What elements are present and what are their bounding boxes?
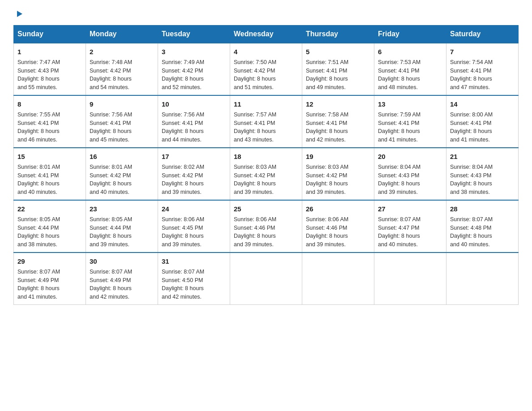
day-number: 22: [17, 204, 82, 214]
day-info: Sunrise: 8:04 AMSunset: 4:43 PMDaylight:…: [378, 164, 420, 195]
day-info: Sunrise: 7:56 AMSunset: 4:41 PMDaylight:…: [90, 111, 132, 143]
day-info: Sunrise: 8:03 AMSunset: 4:42 PMDaylight:…: [306, 164, 348, 195]
day-info: Sunrise: 8:07 AMSunset: 4:50 PMDaylight:…: [162, 269, 204, 300]
col-header-thursday: Thursday: [302, 26, 374, 43]
calendar-week-row: 1 Sunrise: 7:47 AMSunset: 4:43 PMDayligh…: [14, 43, 519, 95]
calendar-cell: 13 Sunrise: 7:59 AMSunset: 4:41 PMDaylig…: [374, 95, 446, 148]
calendar-cell: 24 Sunrise: 8:06 AMSunset: 4:45 PMDaylig…: [158, 200, 230, 253]
logo-arrow-icon: [14, 9, 24, 21]
col-header-sunday: Sunday: [14, 26, 86, 43]
calendar-cell: 8 Sunrise: 7:55 AMSunset: 4:41 PMDayligh…: [14, 95, 86, 148]
calendar-cell: 29 Sunrise: 8:07 AMSunset: 4:49 PMDaylig…: [14, 253, 86, 305]
day-info: Sunrise: 7:47 AMSunset: 4:43 PMDaylight:…: [17, 59, 60, 90]
day-number: 18: [234, 152, 298, 161]
day-info: Sunrise: 8:06 AMSunset: 4:46 PMDaylight:…: [234, 216, 276, 248]
day-number: 31: [162, 257, 226, 266]
calendar-cell: 3 Sunrise: 7:49 AMSunset: 4:42 PMDayligh…: [158, 43, 230, 95]
calendar-cell: 11 Sunrise: 7:57 AMSunset: 4:41 PMDaylig…: [230, 95, 302, 148]
day-number: 3: [162, 47, 226, 56]
calendar-header-row: SundayMondayTuesdayWednesdayThursdayFrid…: [14, 26, 519, 43]
day-number: 15: [17, 152, 82, 161]
day-number: 21: [450, 152, 515, 161]
calendar-cell: 9 Sunrise: 7:56 AMSunset: 4:41 PMDayligh…: [86, 95, 158, 148]
day-info: Sunrise: 7:55 AMSunset: 4:41 PMDaylight:…: [17, 111, 60, 143]
calendar-cell: 21 Sunrise: 8:04 AMSunset: 4:43 PMDaylig…: [446, 148, 519, 200]
calendar-cell: 27 Sunrise: 8:07 AMSunset: 4:47 PMDaylig…: [374, 200, 446, 253]
calendar-week-row: 8 Sunrise: 7:55 AMSunset: 4:41 PMDayligh…: [14, 95, 519, 148]
col-header-wednesday: Wednesday: [230, 26, 302, 43]
calendar-cell: 6 Sunrise: 7:53 AMSunset: 4:41 PMDayligh…: [374, 43, 446, 95]
day-info: Sunrise: 8:06 AMSunset: 4:46 PMDaylight:…: [306, 216, 348, 248]
day-number: 11: [234, 99, 298, 109]
day-info: Sunrise: 8:00 AMSunset: 4:41 PMDaylight:…: [450, 111, 493, 143]
calendar-cell: 1 Sunrise: 7:47 AMSunset: 4:43 PMDayligh…: [14, 43, 86, 95]
day-number: 2: [90, 47, 154, 56]
col-header-tuesday: Tuesday: [158, 26, 230, 43]
day-number: 13: [378, 99, 442, 109]
page-header: [13, 9, 519, 21]
logo: [13, 9, 24, 21]
day-number: 28: [450, 204, 515, 214]
day-info: Sunrise: 7:50 AMSunset: 4:42 PMDaylight:…: [234, 59, 276, 90]
calendar-cell: [230, 253, 302, 305]
day-info: Sunrise: 8:03 AMSunset: 4:42 PMDaylight:…: [234, 164, 276, 195]
col-header-friday: Friday: [374, 26, 446, 43]
calendar-cell: 19 Sunrise: 8:03 AMSunset: 4:42 PMDaylig…: [302, 148, 374, 200]
day-number: 26: [306, 204, 370, 214]
day-number: 1: [17, 47, 82, 56]
calendar-cell: 22 Sunrise: 8:05 AMSunset: 4:44 PMDaylig…: [14, 200, 86, 253]
calendar-cell: 10 Sunrise: 7:56 AMSunset: 4:41 PMDaylig…: [158, 95, 230, 148]
day-number: 12: [306, 99, 370, 109]
calendar-cell: [302, 253, 374, 305]
day-number: 9: [90, 99, 154, 109]
day-number: 25: [234, 204, 298, 214]
day-number: 4: [234, 47, 298, 56]
calendar-cell: 26 Sunrise: 8:06 AMSunset: 4:46 PMDaylig…: [302, 200, 374, 253]
calendar-cell: 30 Sunrise: 8:07 AMSunset: 4:49 PMDaylig…: [86, 253, 158, 305]
calendar-week-row: 29 Sunrise: 8:07 AMSunset: 4:49 PMDaylig…: [14, 253, 519, 305]
day-info: Sunrise: 7:58 AMSunset: 4:41 PMDaylight:…: [306, 111, 348, 143]
day-number: 17: [162, 152, 226, 161]
calendar-cell: 12 Sunrise: 7:58 AMSunset: 4:41 PMDaylig…: [302, 95, 374, 148]
day-number: 6: [378, 47, 442, 56]
day-number: 10: [162, 99, 226, 109]
day-number: 5: [306, 47, 370, 56]
day-number: 30: [90, 257, 154, 266]
day-number: 24: [162, 204, 226, 214]
calendar-cell: 23 Sunrise: 8:05 AMSunset: 4:44 PMDaylig…: [86, 200, 158, 253]
day-info: Sunrise: 8:05 AMSunset: 4:44 PMDaylight:…: [17, 216, 60, 248]
calendar-cell: [446, 253, 519, 305]
calendar-cell: 7 Sunrise: 7:54 AMSunset: 4:41 PMDayligh…: [446, 43, 519, 95]
calendar-cell: 15 Sunrise: 8:01 AMSunset: 4:41 PMDaylig…: [14, 148, 86, 200]
day-number: 20: [378, 152, 442, 161]
day-number: 14: [450, 99, 515, 109]
day-info: Sunrise: 7:49 AMSunset: 4:42 PMDaylight:…: [162, 59, 204, 90]
calendar-week-row: 22 Sunrise: 8:05 AMSunset: 4:44 PMDaylig…: [14, 200, 519, 253]
day-info: Sunrise: 8:07 AMSunset: 4:49 PMDaylight:…: [90, 269, 132, 300]
calendar-cell: 4 Sunrise: 7:50 AMSunset: 4:42 PMDayligh…: [230, 43, 302, 95]
day-info: Sunrise: 7:56 AMSunset: 4:41 PMDaylight:…: [162, 111, 204, 143]
day-info: Sunrise: 8:01 AMSunset: 4:42 PMDaylight:…: [90, 164, 132, 195]
day-info: Sunrise: 7:59 AMSunset: 4:41 PMDaylight:…: [378, 111, 420, 143]
calendar-cell: 16 Sunrise: 8:01 AMSunset: 4:42 PMDaylig…: [86, 148, 158, 200]
col-header-saturday: Saturday: [446, 26, 519, 43]
calendar-cell: 20 Sunrise: 8:04 AMSunset: 4:43 PMDaylig…: [374, 148, 446, 200]
day-number: 7: [450, 47, 515, 56]
calendar-cell: [374, 253, 446, 305]
col-header-monday: Monday: [86, 26, 158, 43]
day-info: Sunrise: 8:07 AMSunset: 4:49 PMDaylight:…: [17, 269, 60, 300]
day-info: Sunrise: 7:51 AMSunset: 4:41 PMDaylight:…: [306, 59, 348, 90]
day-info: Sunrise: 8:07 AMSunset: 4:48 PMDaylight:…: [450, 216, 493, 248]
day-info: Sunrise: 7:48 AMSunset: 4:42 PMDaylight:…: [90, 59, 132, 90]
calendar-cell: 25 Sunrise: 8:06 AMSunset: 4:46 PMDaylig…: [230, 200, 302, 253]
day-number: 16: [90, 152, 154, 161]
day-info: Sunrise: 7:57 AMSunset: 4:41 PMDaylight:…: [234, 111, 276, 143]
day-info: Sunrise: 7:53 AMSunset: 4:41 PMDaylight:…: [378, 59, 420, 90]
day-info: Sunrise: 8:01 AMSunset: 4:41 PMDaylight:…: [17, 164, 60, 195]
svg-marker-0: [17, 11, 22, 17]
calendar-cell: 18 Sunrise: 8:03 AMSunset: 4:42 PMDaylig…: [230, 148, 302, 200]
day-info: Sunrise: 8:06 AMSunset: 4:45 PMDaylight:…: [162, 216, 204, 248]
day-info: Sunrise: 8:04 AMSunset: 4:43 PMDaylight:…: [450, 164, 493, 195]
calendar-table: SundayMondayTuesdayWednesdayThursdayFrid…: [13, 25, 519, 305]
calendar-cell: 5 Sunrise: 7:51 AMSunset: 4:41 PMDayligh…: [302, 43, 374, 95]
